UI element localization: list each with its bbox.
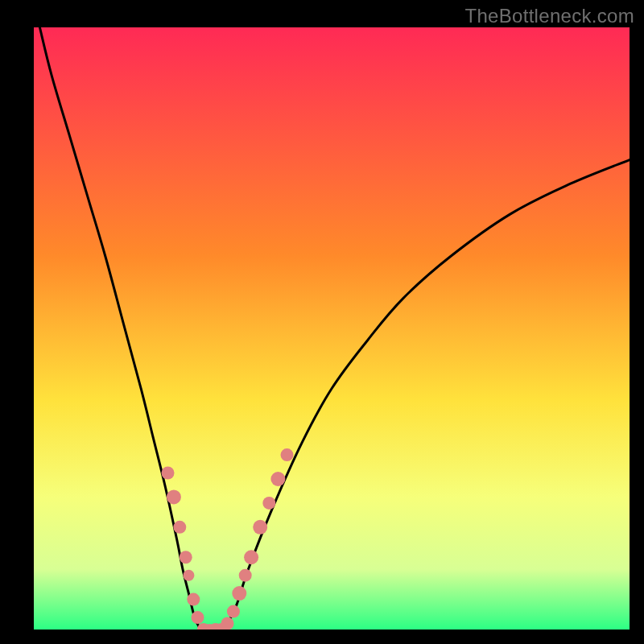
data-marker (187, 593, 200, 606)
chart-svg (34, 27, 630, 630)
data-marker (180, 551, 192, 564)
curve-left-branch (39, 27, 200, 630)
data-marker (173, 521, 186, 534)
data-marker (239, 569, 252, 582)
data-marker (281, 448, 294, 461)
data-marker (167, 489, 181, 504)
watermark-text: TheBottleneck.com (464, 5, 634, 27)
data-marker (253, 520, 267, 535)
data-marker (192, 611, 204, 624)
data-marker (232, 586, 246, 601)
marker-group (162, 448, 294, 630)
data-marker (227, 605, 240, 618)
outer-frame: TheBottleneck.com (0, 0, 644, 644)
data-marker (183, 570, 194, 581)
data-marker (270, 472, 285, 486)
data-marker (262, 497, 275, 510)
data-marker (221, 617, 234, 630)
plot-area (34, 27, 630, 630)
data-marker (162, 467, 175, 480)
data-marker (244, 550, 258, 564)
curve-right-branch (225, 160, 630, 630)
